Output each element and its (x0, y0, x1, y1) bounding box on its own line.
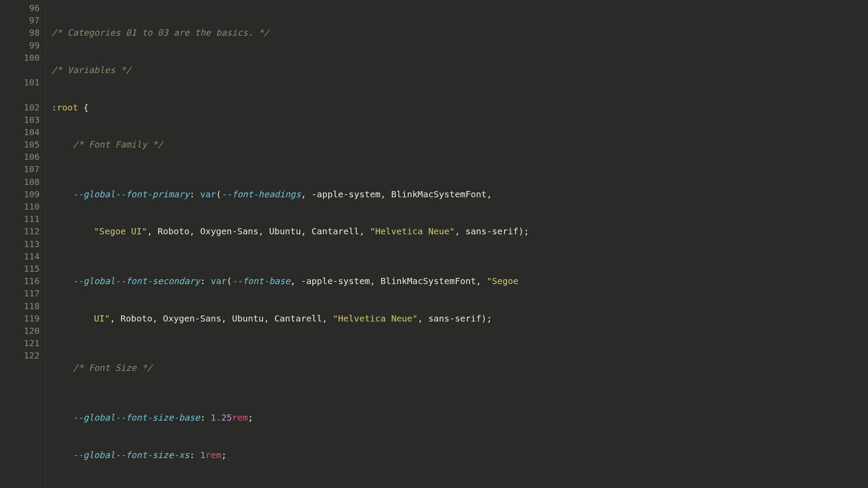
line-number: 101 (0, 76, 40, 89)
line-number: 121 (0, 337, 40, 349)
code-line[interactable]: --global--font-primary: var(--font-headi… (52, 188, 868, 200)
selector-token: :root (52, 102, 78, 113)
comma-token: , (290, 276, 301, 286)
code-line[interactable]: /* Font Family */ (52, 138, 868, 151)
comment-token: /* Font Size */ (73, 362, 152, 373)
number-token: 1.25 (211, 412, 232, 423)
function-token: var (211, 276, 226, 286)
comma-token: , (301, 189, 312, 200)
line-number: 113 (0, 238, 40, 250)
string-token: "Helvetica Neue" (333, 313, 418, 324)
code-line[interactable]: /* Categories 01 to 03 are the basics. *… (52, 26, 868, 39)
var-ref-token: --font-headings (221, 189, 301, 200)
comment-token: /* Font Family */ (73, 139, 163, 150)
line-number: 120 (0, 325, 40, 337)
string-token: "Helvetica Neue" (370, 226, 455, 237)
code-line[interactable]: /* Variables */ (52, 64, 868, 76)
string-token: "Segoe (486, 276, 523, 286)
property-token: --global--font-secondary (73, 276, 200, 286)
line-number: 122 (0, 349, 40, 362)
brace-open-token: { (78, 102, 89, 113)
line-number: 109 (0, 188, 40, 200)
identifier-token: -apple-system, BlinkMacSystemFont, (312, 189, 497, 200)
line-number: 106 (0, 151, 40, 163)
identifier-token: , Roboto, Oxygen-Sans, Ubuntu, Cantarell… (110, 313, 333, 324)
code-line[interactable]: --global--font-size-base: 1.25rem; (52, 411, 868, 424)
unit-token: rem (232, 412, 248, 423)
line-number: 107 (0, 163, 40, 175)
paren-open-token: ( (226, 276, 232, 286)
line-number: 110 (0, 200, 40, 213)
colon-token: : (200, 276, 211, 286)
line-number (0, 64, 40, 76)
line-number: 96 (0, 2, 40, 14)
number-token: 1 (200, 450, 205, 460)
line-number: 105 (0, 138, 40, 151)
line-number (0, 89, 40, 101)
semicolon-token: ; (524, 226, 529, 237)
line-number: 115 (0, 262, 40, 275)
line-number: 112 (0, 225, 40, 237)
line-number: 99 (0, 39, 40, 52)
line-number: 98 (0, 26, 40, 39)
string-token: "Segoe UI" (94, 226, 147, 237)
code-line[interactable]: /* Font Size */ (52, 362, 868, 374)
semicolon-token: ; (486, 313, 492, 324)
line-number: 118 (0, 300, 40, 312)
identifier-token: , sans-serif (418, 313, 482, 324)
paren-close-token: ) (519, 226, 524, 237)
line-number: 97 (0, 14, 40, 26)
identifier-token: -apple-system, BlinkMacSystemFont, (301, 276, 486, 286)
identifier-token: , sans-serif (455, 226, 519, 237)
line-number: 119 (0, 312, 40, 325)
line-number: 104 (0, 126, 40, 138)
var-ref-token: --font-base (232, 276, 290, 286)
code-line[interactable]: --global--font-size-xs: 1rem; (52, 449, 868, 461)
property-token: --global--font-primary (73, 189, 189, 200)
code-line-wrap[interactable]: "Segoe UI", Roboto, Oxygen-Sans, Ubuntu,… (52, 225, 868, 237)
comment-token: /* Variables */ (52, 65, 131, 75)
code-line[interactable]: :root { (52, 101, 868, 114)
line-number: 116 (0, 275, 40, 287)
code-editor[interactable]: 96 97 98 99 100 101 102 103 104 105 106 … (0, 0, 868, 488)
code-line-wrap[interactable]: UI", Roboto, Oxygen-Sans, Ubuntu, Cantar… (52, 312, 868, 325)
colon-token: : (189, 189, 200, 200)
line-number: 100 (0, 52, 40, 64)
paren-open-token: ( (216, 189, 221, 200)
line-number: 108 (0, 176, 40, 188)
line-number-gutter: 96 97 98 99 100 101 102 103 104 105 106 … (0, 2, 45, 488)
identifier-token: , Roboto, Oxygen-Sans, Ubuntu, Cantarell… (147, 226, 370, 237)
property-token: --global--font-size-base (73, 412, 200, 423)
property-token: --global--font-size-xs (73, 450, 189, 460)
line-number: 102 (0, 101, 40, 114)
line-number: 114 (0, 250, 40, 262)
line-number: 103 (0, 114, 40, 126)
comment-token: /* Categories 01 to 03 are the basics. *… (52, 27, 269, 38)
code-line[interactable]: --global--font-secondary: var(--font-bas… (52, 275, 868, 287)
string-token: UI" (94, 313, 110, 324)
paren-close-token: ) (481, 313, 486, 324)
code-area[interactable]: /* Categories 01 to 03 are the basics. *… (45, 2, 868, 488)
function-token: var (200, 189, 216, 200)
code-line[interactable]: --global--font-size-sm: 1.125rem; (52, 486, 868, 488)
line-number: 117 (0, 287, 40, 299)
line-number: 111 (0, 213, 40, 225)
unit-token: rem (205, 450, 221, 460)
